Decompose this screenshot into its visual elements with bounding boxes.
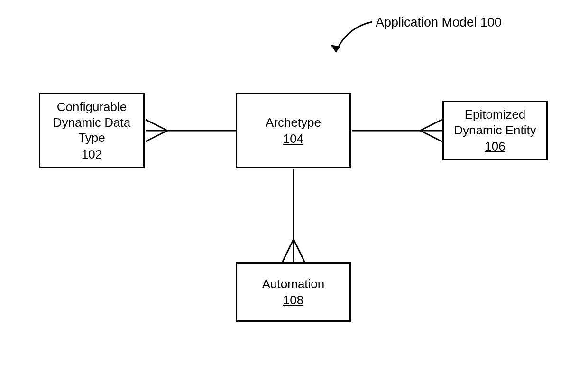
box-automation: Automation 108 xyxy=(236,262,351,322)
title-text: Application Model xyxy=(376,15,477,29)
box-automation-line1: Automation xyxy=(262,276,325,292)
box-archetype: Archetype 104 xyxy=(236,93,351,168)
svg-line-11 xyxy=(294,239,304,262)
title-arrow xyxy=(327,18,379,61)
box-epitomized-ref: 106 xyxy=(485,139,505,154)
box-configurable-dynamic-data-type: Configurable Dynamic Data Type 102 xyxy=(39,93,145,168)
box-configurable-ref: 102 xyxy=(82,147,102,162)
svg-line-10 xyxy=(283,239,294,262)
svg-line-2 xyxy=(146,120,167,131)
box-epitomized-dynamic-entity: Epitomized Dynamic Entity 106 xyxy=(442,101,548,160)
box-epitomized-line2: Dynamic Entity xyxy=(454,122,536,138)
connector-configurable-archetype xyxy=(145,118,237,144)
svg-line-6 xyxy=(420,120,442,131)
diagram-canvas: Application Model 100 Configurable Dynam… xyxy=(0,0,588,386)
box-configurable-line1: Configurable xyxy=(57,99,127,115)
box-archetype-line1: Archetype xyxy=(266,115,321,131)
box-configurable-line2: Dynamic Data xyxy=(53,115,130,131)
box-archetype-ref: 104 xyxy=(283,131,303,147)
connector-archetype-automation xyxy=(280,168,307,263)
diagram-title: Application Model 100 xyxy=(376,15,502,30)
title-ref: 100 xyxy=(480,15,502,29)
svg-line-7 xyxy=(420,131,442,141)
connector-archetype-epitomized xyxy=(351,118,443,144)
box-epitomized-line1: Epitomized xyxy=(465,107,526,122)
svg-line-3 xyxy=(146,131,167,141)
box-configurable-line3: Type xyxy=(78,130,105,146)
box-automation-ref: 108 xyxy=(283,292,303,308)
